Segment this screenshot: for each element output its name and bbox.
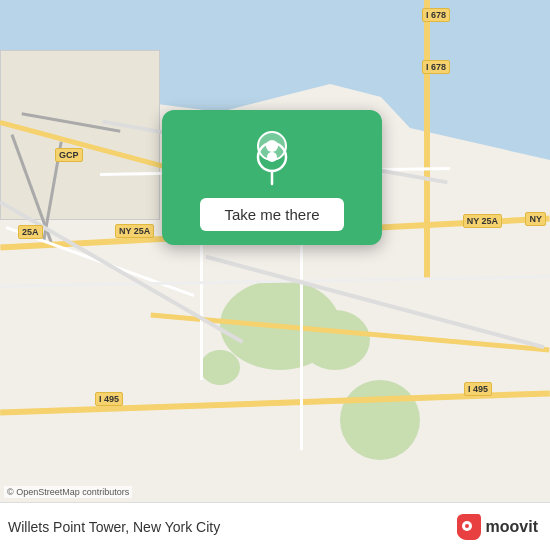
road-label-i495-right: I 495 [464, 382, 492, 396]
park-center2 [300, 310, 370, 370]
take-me-there-button[interactable]: Take me there [200, 198, 343, 231]
moovit-icon [452, 512, 482, 542]
road-label-i678-mid: I 678 [422, 60, 450, 74]
map-attribution: © OpenStreetMap contributors [4, 486, 132, 498]
location-text: Willets Point Tower, New York City [8, 519, 220, 535]
moovit-logo: moovit [452, 512, 538, 542]
bottom-bar: Willets Point Tower, New York City moovi… [0, 502, 550, 550]
road-label-ny: NY [525, 212, 546, 226]
moovit-text: moovit [486, 518, 538, 536]
road-label-25a-left: 25A [18, 225, 43, 239]
road-label-i678-top: I 678 [422, 8, 450, 22]
map-container: I 678 I 678 GCP 25A NY 25A NY 25A NY I 4… [0, 0, 550, 550]
pin-svg [250, 138, 294, 188]
park-small [200, 350, 240, 385]
svg-point-3 [267, 152, 277, 162]
road-label-ny25a-mid: NY 25A [115, 224, 154, 238]
road-label-i495-left: I 495 [95, 392, 123, 406]
road-label-gcp: GCP [55, 148, 83, 162]
svg-point-6 [465, 524, 469, 528]
road-label-ny25a-right: NY 25A [463, 214, 502, 228]
park-bottom-right [340, 380, 420, 460]
popup-card: Take me there [162, 110, 382, 245]
airport-area [0, 50, 160, 220]
road-i678 [424, 0, 430, 280]
